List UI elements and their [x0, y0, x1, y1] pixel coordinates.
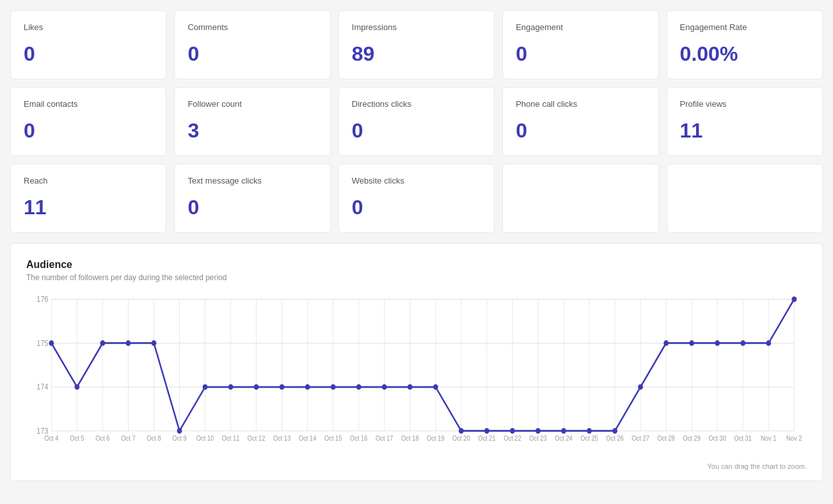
svg-text:Oct 6: Oct 6	[95, 434, 110, 442]
svg-text:Oct 12: Oct 12	[248, 434, 266, 442]
svg-point-57	[536, 428, 541, 434]
metric-card: Comments 0	[174, 10, 330, 79]
metric-value: 11	[680, 119, 809, 143]
metric-label: Engagement	[516, 22, 645, 32]
svg-text:Oct 17: Oct 17	[376, 434, 393, 442]
svg-text:174: 174	[36, 383, 48, 391]
svg-text:Nov 1: Nov 1	[761, 434, 776, 442]
metrics-row-2: Email contacts 0 Follower count 3 Direct…	[10, 87, 823, 156]
svg-point-65	[740, 340, 745, 346]
metric-label: Impressions	[352, 22, 481, 32]
svg-point-38	[49, 340, 54, 346]
svg-text:Oct 11: Oct 11	[222, 434, 240, 442]
metrics-row-1: Likes 0 Comments 0 Impressions 89 Engage…	[10, 10, 823, 79]
svg-text:176: 176	[36, 295, 48, 304]
svg-text:Oct 14: Oct 14	[299, 434, 317, 442]
svg-point-66	[766, 340, 771, 346]
svg-text:Oct 28: Oct 28	[657, 434, 675, 442]
metric-value: 0	[516, 119, 645, 143]
svg-text:Oct 26: Oct 26	[606, 434, 624, 442]
metric-card: Likes 0	[10, 10, 166, 79]
svg-point-64	[715, 340, 720, 346]
svg-point-56	[510, 428, 515, 434]
metric-value: 11	[24, 196, 153, 219]
svg-point-58	[561, 428, 566, 434]
svg-point-60	[612, 428, 617, 434]
svg-text:Oct 19: Oct 19	[427, 434, 445, 442]
svg-text:Oct 4: Oct 4	[44, 434, 59, 442]
metric-label: Likes	[24, 22, 153, 32]
chart-footer: You can drag the chart to zoom.	[26, 462, 807, 470]
metric-label: Email contacts	[24, 99, 153, 109]
metric-card: Profile views 11	[667, 87, 823, 156]
svg-text:Oct 21: Oct 21	[478, 434, 496, 442]
svg-point-39	[74, 384, 79, 390]
metric-label: Engagement Rate	[680, 22, 809, 32]
metric-label: Phone call clicks	[516, 99, 645, 109]
metric-value: 0	[187, 196, 317, 219]
metric-value: 0	[187, 42, 317, 66]
svg-text:Oct 16: Oct 16	[350, 434, 368, 442]
metric-card: Website clicks 0	[338, 164, 495, 233]
metric-label: Reach	[24, 176, 153, 185]
metric-card: Text message clicks 0	[174, 164, 330, 233]
svg-point-40	[100, 340, 105, 346]
svg-text:Oct 8: Oct 8	[147, 434, 161, 442]
svg-point-59	[587, 428, 592, 434]
svg-text:Nov 2: Nov 2	[786, 434, 802, 442]
svg-point-47	[280, 384, 285, 390]
metric-card: Phone call clicks 0	[502, 87, 658, 156]
svg-point-51	[382, 384, 387, 390]
svg-text:Oct 7: Oct 7	[121, 434, 135, 442]
svg-text:Oct 31: Oct 31	[734, 434, 752, 442]
svg-point-43	[177, 428, 182, 434]
metric-label: Text message clicks	[187, 176, 317, 185]
metric-card: Email contacts 0	[10, 87, 166, 156]
metric-label: Website clicks	[352, 176, 481, 185]
svg-point-55	[484, 428, 489, 434]
svg-text:Oct 22: Oct 22	[504, 434, 521, 442]
metric-value: 89	[352, 42, 481, 66]
line-chart-svg: 173174175176Oct 4Oct 5Oct 6Oct 7Oct 8Oct…	[26, 292, 807, 459]
svg-point-62	[663, 340, 669, 346]
svg-text:Oct 9: Oct 9	[172, 434, 186, 442]
svg-text:Oct 25: Oct 25	[580, 434, 598, 442]
svg-point-42	[152, 340, 157, 346]
svg-text:Oct 5: Oct 5	[70, 434, 84, 442]
svg-point-67	[791, 297, 797, 303]
svg-point-41	[126, 340, 131, 346]
metric-label: Directions clicks	[352, 99, 481, 109]
svg-text:173: 173	[36, 427, 48, 436]
metric-card: Engagement Rate 0.00%	[667, 10, 823, 79]
metric-card	[502, 164, 658, 233]
metric-value: 0	[516, 42, 645, 66]
svg-point-44	[203, 384, 208, 390]
metric-card: Directions clicks 0	[338, 87, 495, 156]
svg-text:Oct 15: Oct 15	[324, 434, 342, 442]
metric-label: Follower count	[187, 99, 317, 109]
metric-label: Comments	[187, 22, 317, 32]
chart-subtitle: The number of followers per day during t…	[26, 273, 807, 282]
metric-card: Reach 11	[10, 164, 166, 233]
svg-point-46	[254, 384, 259, 390]
svg-text:Oct 20: Oct 20	[452, 434, 470, 442]
metric-card: Follower count 3	[174, 87, 330, 156]
svg-text:Oct 29: Oct 29	[683, 434, 701, 442]
svg-point-63	[689, 340, 694, 346]
metric-card: Impressions 89	[338, 10, 495, 79]
audience-chart-container: Audience The number of followers per day…	[10, 243, 823, 481]
metric-value: 0.00%	[680, 42, 809, 66]
metric-value: 0	[24, 119, 153, 143]
svg-text:Oct 23: Oct 23	[529, 434, 547, 442]
chart-title: Audience	[26, 259, 807, 271]
svg-point-45	[228, 384, 234, 390]
svg-point-52	[408, 384, 413, 390]
metric-value: 0	[24, 42, 153, 66]
svg-point-48	[305, 384, 310, 390]
svg-point-61	[638, 384, 643, 390]
svg-text:Oct 30: Oct 30	[708, 434, 726, 442]
metric-card	[667, 164, 823, 233]
svg-point-54	[459, 428, 464, 434]
metric-value: 3	[187, 119, 317, 143]
metric-value: 0	[352, 119, 481, 143]
